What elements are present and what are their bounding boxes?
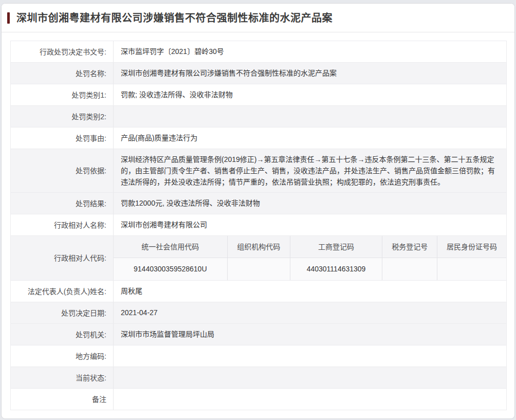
title-section: 深圳市创湘粤建材有限公司涉嫌销售不符合强制性标准的水泥产品案	[2, 4, 514, 32]
row-value: 产品(商品)质量违法行为	[114, 127, 506, 149]
row-value: 深圳经济特区产品质量管理条例(2019修正)→第五章法律责任→第五十七条→违反本…	[114, 149, 506, 192]
row-label: 地方编码:	[11, 345, 114, 367]
row-value	[114, 367, 506, 388]
table-row-party-codes: 行政相对人代码: 统一社会信用代码 组织机构代码 工商登记码 税务登记号 居民身…	[11, 236, 506, 281]
party-codes-cell: 统一社会信用代码 组织机构代码 工商登记码 税务登记号 居民身份证号码 9144…	[114, 236, 506, 280]
row-value: 周秋尾	[114, 281, 506, 302]
row-value: 深圳市市场监督管理局坪山局	[114, 324, 506, 345]
row-value: 深市监坪罚字〔2021〕碧岭30号	[114, 41, 506, 62]
row-label: 当前状态:	[11, 367, 114, 388]
codes-value-business-reg: 440301114631309	[290, 258, 383, 280]
row-value: 罚款12000元, 没收违法所得、没收非法财物	[114, 193, 506, 214]
row-label: 行政相对人名称:	[11, 214, 114, 235]
table-row-current-status: 当前状态:	[11, 367, 506, 389]
table-row-penalty-category-1: 处罚类别1: 罚款; 没收违法所得、没收非法财物	[11, 84, 506, 106]
penalty-detail-card: 深圳市创湘粤建材有限公司涉嫌销售不符合强制性标准的水泥产品案 行政处罚决定书文号…	[1, 3, 515, 419]
table-row-penalty-authority: 处罚机关: 深圳市市场监督管理局坪山局	[11, 324, 506, 345]
table-row-decision-number: 行政处罚决定书文号: 深市监坪罚字〔2021〕碧岭30号	[11, 41, 506, 63]
codes-value-tax-reg	[382, 258, 437, 280]
table-row-penalty-basis: 处罚依据: 深圳经济特区产品质量管理条例(2019修正)→第五章法律责任→第五十…	[11, 149, 506, 193]
row-value: 深圳市创湘粤建材有限公司	[114, 214, 506, 235]
table-row-party-name: 行政相对人名称: 深圳市创湘粤建材有限公司	[11, 214, 506, 236]
row-value: 2021-04-27	[114, 302, 506, 323]
codes-header-id-number: 居民身份证号码	[437, 236, 506, 258]
codes-header-tax-reg: 税务登记号	[382, 236, 437, 258]
page-title: 深圳市创湘粤建材有限公司涉嫌销售不符合强制性标准的水泥产品案	[16, 12, 333, 24]
row-label: 处罚结果:	[11, 193, 114, 214]
row-label: 处罚名称:	[11, 63, 114, 84]
table-row-local-code: 地方编码:	[11, 345, 506, 367]
codes-header-business-reg: 工商登记码	[290, 236, 383, 258]
row-label: 处罚依据:	[11, 149, 114, 192]
row-label: 行政相对人代码:	[11, 236, 114, 280]
table-row-penalty-result: 处罚结果: 罚款12000元, 没收违法所得、没收非法财物	[11, 193, 506, 214]
codes-header-org-code: 组织机构代码	[228, 236, 290, 258]
table-row-penalty-name: 处罚名称: 深圳市创湘粤建材有限公司涉嫌销售不符合强制性标准的水泥产品案	[11, 63, 506, 84]
table-row-remarks: 备注	[11, 389, 506, 410]
table-row-decision-date: 处罚决定日期: 2021-04-27	[11, 302, 506, 324]
codes-value-credit-code: 91440300359528610U	[114, 258, 228, 280]
codes-value-id-number	[437, 258, 506, 280]
row-value	[114, 106, 506, 127]
codes-header-credit-code: 统一社会信用代码	[114, 236, 228, 258]
penalty-detail-table: 行政处罚决定书文号: 深市监坪罚字〔2021〕碧岭30号 处罚名称: 深圳市创湘…	[10, 41, 507, 410]
row-label: 法定代表人(负责人)姓名:	[11, 281, 114, 302]
table-row-penalty-reason: 处罚事由: 产品(商品)质量违法行为	[11, 127, 506, 149]
row-label: 处罚决定日期:	[11, 302, 114, 323]
row-label: 备注	[11, 389, 114, 410]
row-label: 处罚类别2:	[11, 106, 114, 127]
row-value: 罚款; 没收违法所得、没收非法财物	[114, 84, 506, 105]
table-row-legal-representative: 法定代表人(负责人)姓名: 周秋尾	[11, 281, 506, 302]
codes-value-org-code	[228, 258, 290, 280]
row-label: 处罚机关:	[11, 324, 114, 345]
party-codes-value-row: 91440300359528610U 440301114631309	[114, 258, 506, 280]
table-row-penalty-category-2: 处罚类别2:	[11, 106, 506, 127]
row-value: 深圳市创湘粤建材有限公司涉嫌销售不符合强制性标准的水泥产品案	[114, 63, 506, 84]
row-label: 处罚类别1:	[11, 84, 114, 105]
party-codes-table: 统一社会信用代码 组织机构代码 工商登记码 税务登记号 居民身份证号码 9144…	[114, 236, 506, 280]
title-accent-bar-icon	[7, 12, 10, 24]
party-codes-header-row: 统一社会信用代码 组织机构代码 工商登记码 税务登记号 居民身份证号码	[114, 236, 506, 258]
row-label: 处罚事由:	[11, 127, 114, 149]
row-value	[114, 345, 506, 367]
row-value	[114, 389, 506, 410]
row-label: 行政处罚决定书文号:	[11, 41, 114, 62]
